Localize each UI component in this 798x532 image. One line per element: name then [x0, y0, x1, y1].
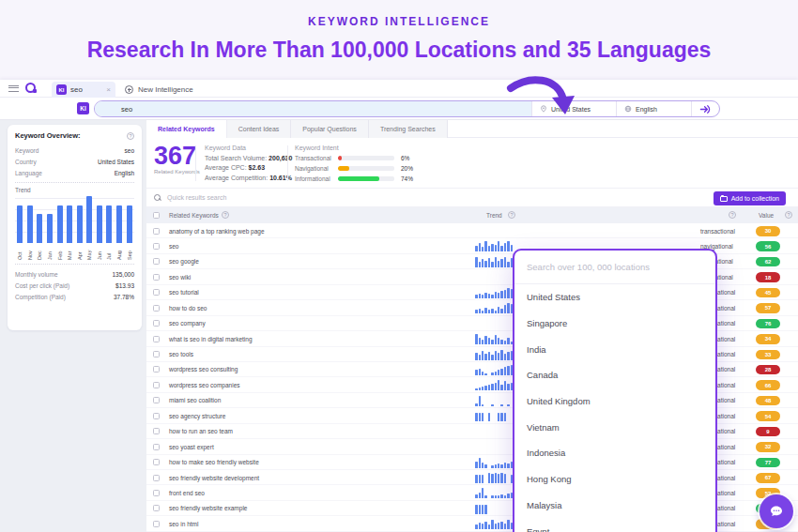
tab-content-ideas[interactable]: Content Ideas	[227, 120, 292, 138]
row-checkbox[interactable]	[153, 490, 160, 496]
keyword-intent-row: Transactional6%	[295, 155, 413, 161]
row-checkbox[interactable]	[153, 505, 160, 511]
row-checkbox[interactable]	[153, 382, 160, 388]
sparkline-bar	[488, 473, 490, 483]
help-icon[interactable]	[127, 132, 134, 140]
row-checkbox[interactable]	[153, 258, 160, 265]
sparkline-bar	[482, 475, 483, 483]
trend-bar	[27, 205, 33, 243]
sparkline-bar	[507, 303, 509, 313]
menu-icon[interactable]	[8, 85, 19, 92]
tab-trending-searches[interactable]: Trending Searches	[369, 120, 448, 138]
value-badge: 32	[756, 442, 780, 452]
trend-bar-zone	[35, 196, 45, 243]
trend-bar-zone	[25, 196, 36, 243]
keyword-cell: seo agency structure	[169, 413, 225, 419]
intent-bar-track	[338, 156, 394, 160]
location-option[interactable]: Indonesia	[514, 440, 715, 466]
intent-label: Navigational	[295, 165, 338, 172]
location-option[interactable]: India	[514, 336, 715, 362]
row-checkbox[interactable]	[153, 289, 160, 296]
sparkline-bar	[488, 524, 490, 530]
sparkline-bar	[498, 495, 499, 498]
help-icon[interactable]	[729, 211, 736, 219]
overview-field: Monthly volume135,000	[15, 268, 134, 280]
sparkline-bar	[504, 243, 506, 252]
row-checkbox[interactable]	[153, 521, 160, 527]
app-badge-icon: KI	[56, 84, 67, 95]
overview-stats: Monthly volume135,000Cost per click (Pai…	[15, 268, 134, 302]
tab-popular-questions[interactable]: Popular Questions	[291, 120, 369, 138]
row-checkbox[interactable]	[153, 336, 160, 342]
row-checkbox[interactable]	[153, 397, 160, 403]
browser-tabbar: KI seo New Intelligence	[0, 80, 798, 98]
search-submit-button[interactable]	[691, 101, 719, 116]
select-all-checkbox[interactable]	[153, 212, 160, 219]
location-option[interactable]: Malaysia	[514, 493, 715, 519]
sparkline-bar	[504, 354, 506, 360]
sparkline-bar	[495, 464, 497, 467]
location-option[interactable]: United Kingdom	[514, 388, 715, 415]
sparkline-bar	[500, 350, 502, 360]
sparkline-bar	[498, 474, 499, 483]
sparkline-bar	[484, 505, 486, 514]
quick-search-input[interactable]: Quick results search	[167, 194, 226, 201]
sparkline-bar	[479, 458, 481, 468]
sparkline-bar	[500, 369, 502, 375]
keyword-data-value: $2.63	[249, 164, 266, 171]
sparkline-bar	[491, 384, 493, 391]
location-option[interactable]: Singapore	[514, 311, 715, 337]
row-checkbox[interactable]	[153, 459, 160, 465]
trend-month-label: Sep	[127, 245, 132, 260]
tabs: Related KeywordsContent IdeasPopular Que…	[146, 120, 798, 138]
new-intelligence-button[interactable]: New Intelligence	[125, 82, 193, 98]
add-to-collection-button[interactable]: Add to collection	[714, 191, 786, 205]
sparkline-bar	[491, 340, 493, 345]
trend-month-label: Jul	[106, 245, 112, 260]
row-checkbox[interactable]	[153, 366, 160, 372]
trend-bar	[106, 205, 112, 243]
keyword-query-input[interactable]: seo	[95, 101, 531, 116]
row-checkbox[interactable]	[153, 243, 160, 250]
row-checkbox[interactable]	[153, 475, 160, 481]
row-checkbox[interactable]	[153, 228, 160, 235]
browser-tab[interactable]: KI seo	[52, 82, 115, 98]
keyword-cell: seo yoast expert	[169, 444, 214, 450]
sparkline-bar	[498, 380, 499, 390]
location-option[interactable]: Vietnam	[514, 414, 715, 440]
field-label: Keyword	[15, 147, 38, 154]
location-option[interactable]: Canada	[514, 362, 715, 388]
field-label: Country	[15, 159, 37, 165]
sparkline-bar	[500, 522, 502, 530]
row-checkbox[interactable]	[153, 413, 160, 419]
help-icon[interactable]	[222, 211, 229, 219]
sparkline-bar	[504, 341, 506, 344]
sparkline-bar	[500, 473, 502, 483]
intent-cell: transactional	[700, 228, 735, 235]
chat-widget-button[interactable]	[760, 494, 793, 528]
location-option[interactable]: Hong Kong	[514, 466, 715, 493]
sparkline-bar	[479, 413, 481, 421]
location-option[interactable]: United States	[514, 284, 715, 311]
help-icon[interactable]	[785, 211, 792, 219]
row-checkbox[interactable]	[153, 444, 160, 450]
value-badge: 62	[756, 257, 780, 267]
language-select[interactable]: English	[616, 101, 691, 116]
trend-bar-zone	[74, 196, 84, 243]
row-checkbox[interactable]	[153, 305, 160, 312]
sparkline-bar	[504, 474, 506, 483]
row-checkbox[interactable]	[153, 428, 160, 434]
value-badge: 18	[756, 272, 780, 282]
help-icon[interactable]	[508, 211, 515, 219]
row-checkbox[interactable]	[153, 320, 160, 327]
tab-related-keywords[interactable]: Related Keywords	[146, 120, 227, 138]
location-option[interactable]: Egypt	[514, 518, 715, 532]
overview-field: Keywordseo	[15, 144, 134, 156]
row-checkbox[interactable]	[153, 274, 160, 281]
table-row[interactable]: anatomy of a top ranking web pagetransac…	[146, 223, 798, 238]
locations-search-input[interactable]: Search over 100, 000 locations	[514, 251, 715, 284]
brand-logo-icon[interactable]	[25, 83, 36, 93]
sparkline-bar	[495, 473, 497, 483]
tab-close-icon[interactable]	[106, 85, 111, 94]
row-checkbox[interactable]	[153, 351, 160, 357]
